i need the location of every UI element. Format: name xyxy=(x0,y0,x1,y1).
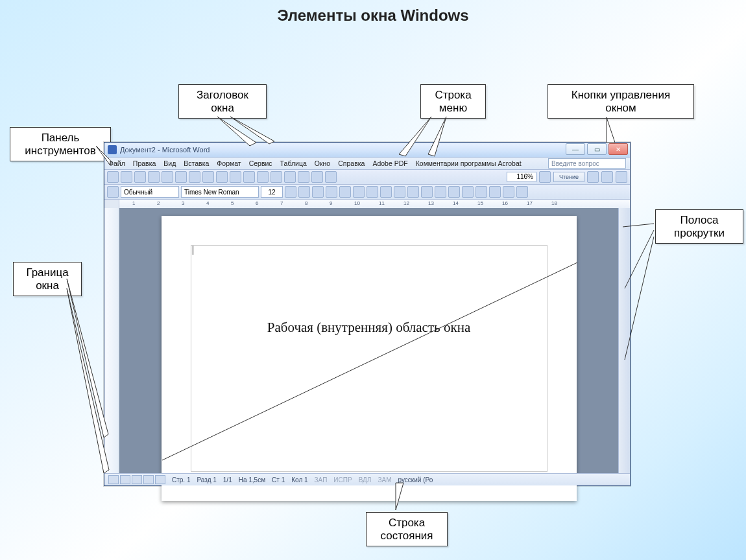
status-pages: 1/1 xyxy=(223,476,232,484)
preview-icon[interactable] xyxy=(162,171,173,183)
view-outline-icon[interactable] xyxy=(143,475,154,484)
columns-icon[interactable] xyxy=(284,171,296,183)
app-window: Документ2 - Microsoft Word — ▭ ✕ Файл Пр… xyxy=(104,142,631,486)
print-icon[interactable] xyxy=(148,171,160,183)
callout-title-bar: Заголовококна xyxy=(178,84,267,119)
paste-icon[interactable] xyxy=(216,171,228,183)
font-combo[interactable]: Times New Roman xyxy=(181,186,259,198)
menu-bar[interactable]: Файл Правка Вид Вставка Формат Сервис Та… xyxy=(104,158,630,170)
style-icon[interactable] xyxy=(107,186,119,198)
align-right-icon[interactable] xyxy=(353,186,365,198)
status-col: Кол 1 xyxy=(291,476,307,484)
vertical-scrollbar[interactable] xyxy=(618,208,630,474)
status-page: Стр. 1 xyxy=(172,476,190,484)
underline-icon[interactable] xyxy=(312,186,324,198)
document-page[interactable]: Рабочая (внутренняя) область окна xyxy=(162,216,577,501)
line-spacing-icon[interactable] xyxy=(380,186,392,198)
menu-item[interactable]: Вставка xyxy=(184,159,209,167)
new-icon[interactable] xyxy=(107,171,119,183)
sup-icon[interactable] xyxy=(489,186,501,198)
save-icon[interactable] xyxy=(134,171,146,183)
document-text: Рабочая (внутренняя) область окна xyxy=(162,320,577,336)
menu-item[interactable]: Справка xyxy=(338,159,365,167)
indent-icon[interactable] xyxy=(435,186,446,198)
callout-window-buttons: Кнопки управленияокном xyxy=(547,84,694,119)
open-icon[interactable] xyxy=(121,171,132,183)
title-text: Документ2 - Microsoft Word xyxy=(120,146,210,154)
document-canvas[interactable]: Рабочая (внутренняя) область окна xyxy=(119,208,618,474)
maximize-button[interactable]: ▭ xyxy=(587,143,607,155)
view-reading-icon[interactable] xyxy=(155,475,165,484)
status-bar: Стр. 1 Разд 1 1/1 На 1,5см Ст 1 Кол 1 ЗА… xyxy=(104,473,630,485)
pdf2-icon[interactable] xyxy=(601,171,613,183)
status-trk: ИСПР xyxy=(333,476,352,484)
menu-item[interactable]: Формат xyxy=(217,159,241,167)
sub-icon[interactable] xyxy=(503,186,514,198)
minimize-button[interactable]: — xyxy=(566,143,585,155)
menu-item[interactable]: Комментарии программы Acrobat xyxy=(416,159,522,167)
bullets-icon[interactable] xyxy=(407,186,419,198)
formatting-toolbar[interactable]: Обычный Times New Roman 12 xyxy=(104,185,630,200)
style-combo[interactable]: Обычный xyxy=(121,186,179,198)
status-rec: ЗАП xyxy=(315,476,328,484)
numbering-icon[interactable] xyxy=(394,186,405,198)
menu-item[interactable]: Таблица xyxy=(280,159,307,167)
highlight-icon[interactable] xyxy=(462,186,474,198)
link-icon[interactable] xyxy=(257,171,269,183)
spell-icon[interactable] xyxy=(175,171,187,183)
align-justify-icon[interactable] xyxy=(367,186,378,198)
borders-icon[interactable] xyxy=(448,186,460,198)
outdent-icon[interactable] xyxy=(421,186,433,198)
app-icon xyxy=(108,145,117,154)
redo-icon[interactable] xyxy=(243,171,255,183)
menu-item[interactable]: Окно xyxy=(315,159,330,167)
help-icon[interactable] xyxy=(539,171,551,183)
page-title: Элементы окна Windows xyxy=(0,6,746,25)
font-color-icon[interactable] xyxy=(475,186,487,198)
menu-item[interactable]: Файл xyxy=(108,159,125,167)
bold-icon[interactable] xyxy=(285,186,296,198)
menu-item[interactable]: Сервис xyxy=(249,159,272,167)
italic-icon[interactable] xyxy=(298,186,310,198)
callout-toolbar: Панельинструментов xyxy=(10,127,111,161)
close-button[interactable]: ✕ xyxy=(608,143,628,155)
status-ext: ВДЛ xyxy=(359,476,372,484)
read-button[interactable]: Чтение xyxy=(553,172,584,182)
menu-item[interactable]: Правка xyxy=(133,159,156,167)
align-left-icon[interactable] xyxy=(326,186,337,198)
svg-marker-4 xyxy=(607,117,615,143)
size-combo[interactable]: 12 xyxy=(261,186,283,198)
status-line: Ст 1 xyxy=(272,476,285,484)
lang-icon[interactable] xyxy=(516,186,528,198)
cut-icon[interactable] xyxy=(189,171,200,183)
svg-marker-1 xyxy=(230,117,274,144)
callout-menu-bar: Строкаменю xyxy=(420,84,486,119)
view-normal-icon[interactable] xyxy=(108,475,119,484)
view-web-icon[interactable] xyxy=(120,475,130,484)
map-icon[interactable] xyxy=(311,171,323,183)
copy-icon[interactable] xyxy=(202,171,214,183)
vertical-ruler[interactable] xyxy=(104,208,119,474)
align-center-icon[interactable] xyxy=(339,186,351,198)
ask-question-input[interactable]: Введите вопрос xyxy=(548,158,626,169)
pdf3-icon[interactable] xyxy=(616,171,627,183)
view-print-icon[interactable] xyxy=(132,475,142,484)
show-icon[interactable] xyxy=(325,171,337,183)
status-lang: русский (Ро xyxy=(398,476,433,484)
drawing-icon[interactable] xyxy=(298,171,309,183)
zoom-combo[interactable]: 116% xyxy=(507,172,536,182)
svg-marker-10 xyxy=(67,288,109,473)
status-pos: На 1,5см xyxy=(239,476,265,484)
menu-item[interactable]: Вид xyxy=(163,159,176,167)
title-bar[interactable]: Документ2 - Microsoft Word — ▭ ✕ xyxy=(104,143,630,158)
work-area: Рабочая (внутренняя) область окна xyxy=(104,208,630,474)
menu-item[interactable]: Adobe PDF xyxy=(372,159,407,167)
pdf-icon[interactable] xyxy=(587,171,599,183)
standard-toolbar[interactable]: 116% Чтение xyxy=(104,170,630,185)
text-cursor xyxy=(193,246,193,255)
undo-icon[interactable] xyxy=(230,171,241,183)
table-icon[interactable] xyxy=(271,171,282,183)
callout-statusbar: Строкасостояния xyxy=(366,512,448,546)
callout-border: Границаокна xyxy=(13,262,82,296)
status-ovr: ЗАМ xyxy=(378,476,391,484)
